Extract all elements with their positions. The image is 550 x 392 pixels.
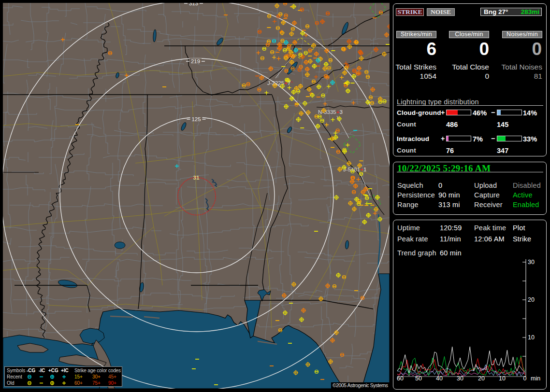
svg-text:10: 10 [528,334,535,341]
svg-text:50: 50 [415,375,422,382]
svg-text:0: 0 [523,375,527,382]
svg-text:min: min [531,375,540,382]
svg-text:40: 40 [436,375,443,382]
svg-text:60: 60 [397,375,404,382]
svg-text:30: 30 [457,375,463,382]
svg-text:30: 30 [528,259,535,266]
svg-text:20: 20 [528,296,535,303]
svg-text:10: 10 [499,375,506,382]
svg-text:20: 20 [478,375,485,382]
